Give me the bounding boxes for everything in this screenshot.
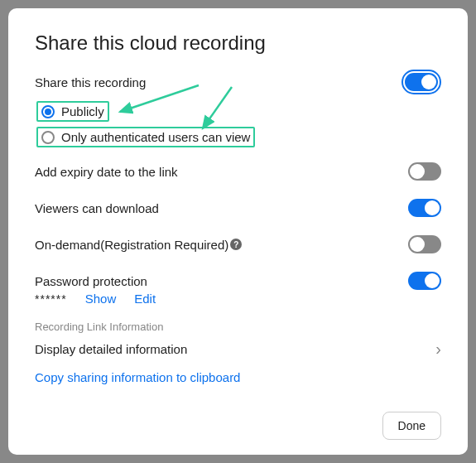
ondemand-text: On-demand(Registration Required) [35, 238, 228, 252]
ondemand-row: On-demand(Registration Required) ? [35, 235, 441, 253]
download-row: Viewers can download [35, 199, 441, 217]
radio-option-publicly[interactable]: Publicly [36, 101, 109, 122]
copy-clipboard-button[interactable]: Copy sharing information to clipboard [35, 370, 441, 384]
radio-group: Publicly Only authenticated users can vi… [35, 101, 441, 147]
password-label: Password protection [35, 274, 147, 288]
show-password-button[interactable]: Show [85, 292, 117, 306]
download-toggle[interactable] [408, 199, 441, 217]
password-actions: ****** Show Edit [35, 292, 441, 306]
expiry-row: Add expiry date to the link [35, 162, 441, 181]
dialog-footer: Done [382, 412, 441, 440]
chevron-right-icon: › [435, 340, 441, 359]
link-section-header: Recording Link Information [35, 321, 441, 333]
ondemand-toggle[interactable] [408, 235, 441, 253]
download-label: Viewers can download [35, 201, 159, 215]
radio-label-publicly: Publicly [61, 104, 104, 118]
done-button[interactable]: Done [382, 412, 441, 440]
ondemand-label: On-demand(Registration Required) ? [35, 238, 242, 252]
share-toggle-row: Share this recording [35, 70, 441, 94]
detail-row[interactable]: Display detailed information › [35, 340, 441, 359]
radio-icon [41, 131, 55, 144]
share-label: Share this recording [35, 75, 146, 89]
password-row: Password protection [35, 272, 441, 290]
radio-label-authenticated: Only authenticated users can view [61, 130, 250, 144]
password-toggle[interactable] [408, 272, 441, 290]
expiry-label: Add expiry date to the link [35, 165, 178, 179]
dialog-title: Share this cloud recording [35, 31, 441, 55]
expiry-toggle[interactable] [408, 162, 441, 181]
edit-password-button[interactable]: Edit [134, 292, 156, 306]
share-dialog: Share this cloud recording Share this re… [8, 8, 468, 455]
radio-icon [41, 105, 55, 118]
share-toggle[interactable] [401, 70, 441, 94]
help-icon[interactable]: ? [230, 239, 242, 250]
password-masked: ****** [35, 292, 67, 306]
detail-label: Display detailed information [35, 342, 187, 356]
radio-option-authenticated[interactable]: Only authenticated users can view [36, 127, 255, 147]
